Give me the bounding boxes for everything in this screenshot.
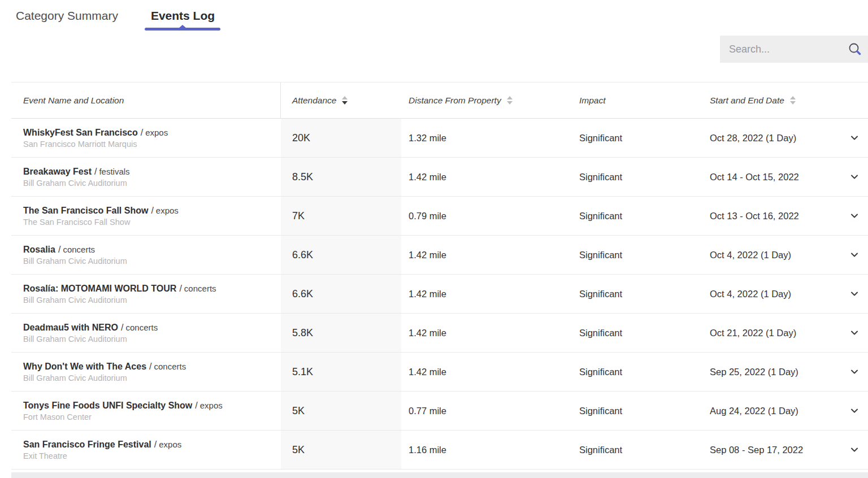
expander-cell bbox=[841, 119, 868, 157]
event-category: concerts bbox=[184, 284, 216, 293]
attendance-value: 6.6K bbox=[281, 275, 401, 313]
distance-value: 1.42 mile bbox=[401, 353, 572, 391]
category-separator: / bbox=[94, 167, 97, 176]
date-value: Aug 24, 2022 (1 Day) bbox=[702, 392, 841, 430]
distance-value: 0.77 mile bbox=[401, 392, 572, 430]
table-row: Rosalia/concerts Bill Graham Civic Audit… bbox=[11, 236, 868, 275]
event-category: expos bbox=[200, 401, 223, 410]
next-row-partial bbox=[11, 472, 868, 478]
event-category: concerts bbox=[125, 323, 158, 332]
impact-value: Significant bbox=[572, 353, 702, 391]
attendance-value: 5.8K bbox=[281, 314, 401, 352]
chevron-down-icon[interactable] bbox=[849, 172, 860, 182]
event-category: expos bbox=[156, 206, 179, 215]
event-title-line: Rosalia/concerts bbox=[23, 245, 95, 255]
distance-value: 0.79 mile bbox=[401, 197, 572, 235]
event-venue: Bill Graham Civic Auditorium bbox=[23, 179, 127, 188]
event-name: Rosalia bbox=[23, 245, 55, 254]
attendance-value: 5K bbox=[281, 431, 401, 469]
event-venue: The San Francisco Fall Show bbox=[23, 218, 130, 227]
sort-icon[interactable] bbox=[790, 96, 796, 105]
date-value: Oct 4, 2022 (1 Day) bbox=[702, 236, 841, 274]
tab-events-log[interactable]: Events Log bbox=[151, 9, 215, 31]
event-venue: San Francisco Marriott Marquis bbox=[23, 140, 137, 149]
category-separator: / bbox=[179, 284, 181, 293]
column-header-date-label: Start and End Date bbox=[710, 95, 784, 106]
event-name-cell: WhiskyFest San Francisco/expos San Franc… bbox=[11, 119, 281, 157]
event-name: Deadmau5 with NERO bbox=[23, 323, 118, 332]
column-header-impact-label: Impact bbox=[579, 95, 606, 106]
chevron-down-icon[interactable] bbox=[849, 211, 860, 221]
category-separator: / bbox=[195, 401, 197, 410]
event-venue: Bill Graham Civic Auditorium bbox=[23, 296, 127, 305]
event-venue: Exit Theatre bbox=[23, 451, 67, 460]
impact-value: Significant bbox=[572, 392, 702, 430]
attendance-value: 8.5K bbox=[281, 158, 401, 196]
column-header-event-name: Event Name and Location bbox=[11, 82, 281, 118]
table-row: The San Francisco Fall Show/expos The Sa… bbox=[11, 197, 868, 236]
date-value: Oct 13 - Oct 16, 2022 bbox=[702, 197, 841, 235]
event-name-cell: Why Don't We with The Aces/concerts Bill… bbox=[11, 353, 281, 391]
column-header-expander bbox=[841, 82, 868, 118]
tab-events-log-label: Events Log bbox=[151, 9, 215, 22]
event-venue: Fort Mason Center bbox=[23, 412, 92, 421]
event-category: expos bbox=[159, 440, 181, 449]
event-title-line: San Francisco Fringe Festival/expos bbox=[23, 440, 181, 450]
expander-cell bbox=[841, 158, 868, 196]
date-value: Oct 14 - Oct 15, 2022 bbox=[702, 158, 841, 196]
column-header-date[interactable]: Start and End Date bbox=[702, 82, 841, 118]
column-header-attendance[interactable]: Attendance bbox=[281, 82, 401, 118]
expander-cell bbox=[841, 197, 868, 235]
date-value: Oct 28, 2022 (1 Day) bbox=[702, 119, 841, 157]
category-separator: / bbox=[141, 128, 143, 137]
expander-cell bbox=[841, 236, 868, 274]
impact-value: Significant bbox=[572, 158, 702, 196]
event-name-cell: Deadmau5 with NERO/concerts Bill Graham … bbox=[11, 314, 281, 352]
impact-value: Significant bbox=[572, 314, 702, 352]
chevron-down-icon[interactable] bbox=[849, 406, 860, 416]
sort-icon[interactable] bbox=[507, 96, 513, 105]
sort-icon[interactable] bbox=[342, 96, 348, 105]
events-table: Event Name and Location Attendance Dista… bbox=[11, 82, 868, 470]
event-name: San Francisco Fringe Festival bbox=[23, 440, 151, 449]
chevron-down-icon[interactable] bbox=[849, 367, 860, 377]
event-name-cell: Rosalía: MOTOMAMI WORLD TOUR/concerts Bi… bbox=[11, 275, 281, 313]
table-row: Tonys Fine Foods UNFI Specialty Show/exp… bbox=[11, 392, 868, 431]
category-separator: / bbox=[151, 206, 153, 215]
expander-cell bbox=[841, 314, 868, 352]
chevron-down-icon[interactable] bbox=[849, 328, 860, 338]
impact-value: Significant bbox=[572, 236, 702, 274]
event-name-cell: The San Francisco Fall Show/expos The Sa… bbox=[11, 197, 281, 235]
distance-value: 1.42 mile bbox=[401, 314, 572, 352]
table-row: Breakaway Fest/festivals Bill Graham Civ… bbox=[11, 158, 868, 197]
event-title-line: The San Francisco Fall Show/expos bbox=[23, 206, 179, 216]
distance-value: 1.16 mile bbox=[401, 431, 572, 469]
search-icon[interactable] bbox=[848, 42, 862, 57]
impact-value: Significant bbox=[572, 197, 702, 235]
chevron-down-icon[interactable] bbox=[849, 289, 860, 299]
table-row: Deadmau5 with NERO/concerts Bill Graham … bbox=[11, 314, 868, 353]
event-name-cell: Rosalia/concerts Bill Graham Civic Audit… bbox=[11, 236, 281, 274]
event-name: The San Francisco Fall Show bbox=[23, 206, 148, 215]
column-header-distance[interactable]: Distance From Property bbox=[401, 82, 572, 118]
date-value: Sep 25, 2022 (1 Day) bbox=[702, 353, 841, 391]
event-title-line: Breakaway Fest/festivals bbox=[23, 167, 130, 177]
search-input[interactable] bbox=[720, 36, 868, 63]
tab-bar: Category Summary Events Log bbox=[0, 0, 868, 31]
event-name-cell: Breakaway Fest/festivals Bill Graham Civ… bbox=[11, 158, 281, 196]
chevron-down-icon[interactable] bbox=[849, 250, 860, 260]
event-name: Breakaway Fest bbox=[23, 167, 92, 176]
distance-value: 1.42 mile bbox=[401, 275, 572, 313]
chevron-down-icon[interactable] bbox=[849, 445, 860, 455]
chevron-down-icon[interactable] bbox=[849, 133, 860, 143]
tab-category-summary[interactable]: Category Summary bbox=[16, 9, 118, 31]
impact-value: Significant bbox=[572, 275, 702, 313]
event-title-line: Why Don't We with The Aces/concerts bbox=[23, 362, 186, 372]
expander-cell bbox=[841, 431, 868, 469]
tab-category-summary-label: Category Summary bbox=[16, 9, 118, 22]
expander-cell bbox=[841, 275, 868, 313]
search-bar bbox=[720, 36, 868, 63]
attendance-value: 6.6K bbox=[281, 236, 401, 274]
table-body: WhiskyFest San Francisco/expos San Franc… bbox=[11, 119, 868, 470]
event-name: Rosalía: MOTOMAMI WORLD TOUR bbox=[23, 284, 176, 293]
